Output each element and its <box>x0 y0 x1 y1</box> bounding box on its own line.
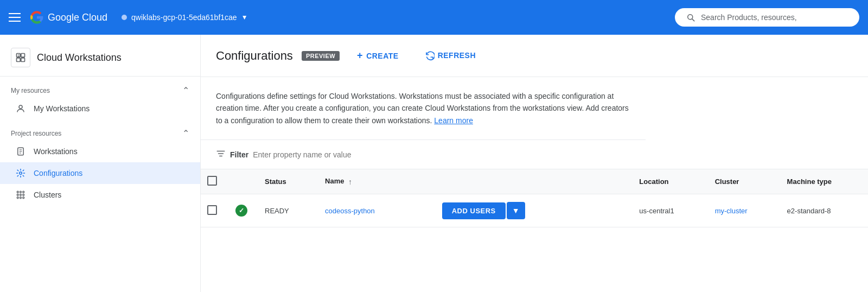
search-icon <box>686 12 695 22</box>
content-header: Configurations PREVIEW + CREATE REFRESH <box>201 35 868 77</box>
my-resources-chevron-icon: ⌃ <box>182 85 189 96</box>
svg-rect-0 <box>17 54 21 58</box>
sidebar-item-my-workstations[interactable]: My Workstations <box>0 98 200 119</box>
svg-point-18 <box>23 197 24 199</box>
table-row: ✓ READY codeoss-python ADD USERS ▼ <box>201 194 868 227</box>
row-checkbox-cell <box>201 194 227 227</box>
google-cloud-logo[interactable]: Google Cloud <box>29 10 107 25</box>
sidebar-item-configurations[interactable]: Configurations <box>0 162 200 184</box>
svg-point-4 <box>19 105 22 109</box>
learn-more-link[interactable]: Learn more <box>434 116 473 125</box>
top-navigation: Google Cloud qwiklabs-gcp-01-5eda61bf1ca… <box>0 0 868 35</box>
gear-icon <box>15 168 26 179</box>
svg-point-12 <box>23 191 24 193</box>
svg-point-15 <box>23 194 24 196</box>
select-all-checkbox[interactable] <box>207 176 217 186</box>
svg-rect-2 <box>17 58 21 62</box>
cluster-link[interactable]: my-cluster <box>715 207 748 215</box>
row-cluster-cell: my-cluster <box>706 194 778 227</box>
svg-point-11 <box>20 191 22 193</box>
person-icon <box>15 103 26 114</box>
project-name: qwiklabs-gcp-01-5eda61bf1cae <box>131 13 237 22</box>
project-resources-label: Project resources <box>11 130 61 137</box>
th-cluster: Cluster <box>706 169 778 194</box>
grid-icon <box>15 189 26 200</box>
filter-icon <box>216 149 226 160</box>
status-text: READY <box>265 207 289 215</box>
sidebar: Cloud Workstations My resources ⌃ My Wor… <box>0 35 201 292</box>
project-chevron-icon: ▼ <box>241 14 248 21</box>
project-selector[interactable]: qwiklabs-gcp-01-5eda61bf1cae ▼ <box>116 10 253 25</box>
project-dot-icon <box>122 15 127 20</box>
dropdown-chevron-icon: ▼ <box>512 206 520 215</box>
row-location-cell: us-central1 <box>630 194 706 227</box>
svg-point-10 <box>17 191 18 193</box>
svg-point-16 <box>17 197 18 199</box>
machine-type-text: e2-standard-8 <box>787 207 831 215</box>
filter-bar: Filter <box>201 140 868 169</box>
sidebar-product-header: Cloud Workstations <box>0 39 200 77</box>
refresh-button[interactable]: REFRESH <box>416 46 484 65</box>
search-bar[interactable]: Search Products, resources, <box>675 8 859 27</box>
sidebar-item-workstations[interactable]: Workstations <box>0 141 200 162</box>
refresh-button-label: REFRESH <box>438 51 476 60</box>
description-section: Configurations define settings for Cloud… <box>201 77 646 140</box>
sidebar-product-name: Cloud Workstations <box>37 52 122 64</box>
preview-badge: PREVIEW <box>302 51 340 61</box>
table-header-row: Status Name ↑ Location Cluster Machine t… <box>201 169 868 194</box>
create-plus-icon: + <box>357 50 363 61</box>
row-status-icon-cell: ✓ <box>227 194 256 227</box>
configuration-name-link[interactable]: codeoss-python <box>325 207 375 215</box>
content-area: Configurations PREVIEW + CREATE REFRESH … <box>201 35 868 292</box>
workstations-label: Workstations <box>34 147 78 156</box>
row-status-cell: READY <box>256 194 316 227</box>
hamburger-menu[interactable] <box>9 13 21 22</box>
row-name-cell: codeoss-python ADD USERS ▼ <box>316 194 630 227</box>
th-machine-type: Machine type <box>778 169 868 194</box>
main-layout: Cloud Workstations My resources ⌃ My Wor… <box>0 35 868 292</box>
search-placeholder: Search Products, resources, <box>701 13 797 22</box>
product-icon <box>11 48 30 67</box>
location-text: us-central1 <box>639 207 674 215</box>
description-text: Configurations define settings for Cloud… <box>216 92 629 125</box>
add-users-dropdown-button[interactable]: ▼ <box>507 202 525 219</box>
configurations-label: Configurations <box>34 169 82 177</box>
create-button-label: CREATE <box>366 52 399 60</box>
row-checkbox[interactable] <box>207 205 217 215</box>
svg-point-17 <box>20 197 22 199</box>
svg-point-13 <box>17 194 18 196</box>
th-status-icon <box>227 169 256 194</box>
my-resources-label: My resources <box>11 87 50 94</box>
create-button[interactable]: + CREATE <box>348 46 407 66</box>
project-resources-chevron-icon: ⌃ <box>182 128 189 138</box>
svg-point-9 <box>20 172 22 175</box>
page-title: Configurations <box>216 49 293 63</box>
sidebar-section-project-resources[interactable]: Project resources ⌃ <box>0 119 200 141</box>
filter-label: Filter <box>230 150 248 159</box>
configurations-table: Status Name ↑ Location Cluster Machine t… <box>201 169 868 227</box>
sidebar-item-clusters[interactable]: Clusters <box>0 184 200 206</box>
doc-icon <box>15 146 26 157</box>
refresh-icon <box>425 50 435 60</box>
status-ready-icon: ✓ <box>235 205 247 217</box>
th-name[interactable]: Name ↑ <box>316 169 630 194</box>
add-users-button[interactable]: ADD USERS <box>442 202 506 219</box>
filter-input[interactable] <box>253 150 853 159</box>
row-machine-type-cell: e2-standard-8 <box>778 194 868 227</box>
th-checkbox <box>201 169 227 194</box>
th-location: Location <box>630 169 706 194</box>
sort-asc-icon: ↑ <box>348 177 352 186</box>
sidebar-section-my-resources[interactable]: My resources ⌃ <box>0 77 200 98</box>
svg-rect-3 <box>21 58 25 62</box>
svg-point-14 <box>20 194 22 196</box>
clusters-label: Clusters <box>34 191 61 199</box>
th-status: Status <box>256 169 316 194</box>
svg-rect-1 <box>21 54 25 58</box>
my-workstations-label: My Workstations <box>34 104 90 113</box>
